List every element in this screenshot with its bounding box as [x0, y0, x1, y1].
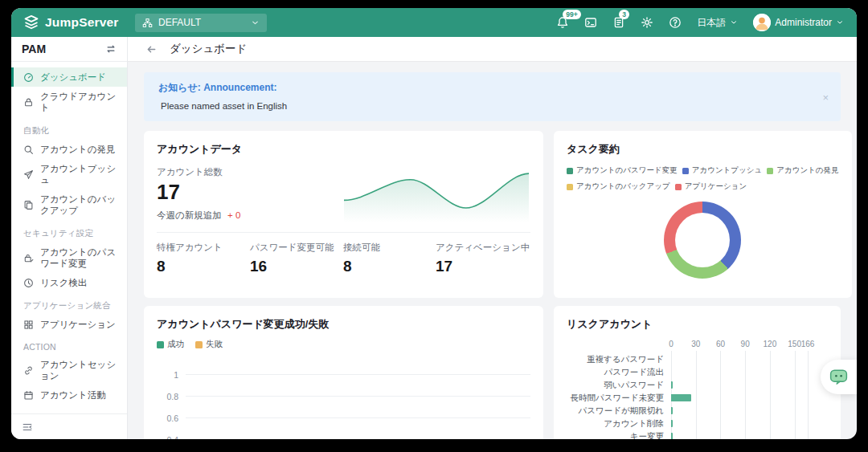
risk-category-label: パスワード流出: [567, 365, 671, 378]
brand[interactable]: JumpServer: [11, 14, 129, 31]
sidebar-section-security: セキュリティ設定: [11, 220, 127, 242]
sidebar-footer: [11, 413, 127, 439]
notification-badge: 99+: [563, 10, 580, 19]
sidebar-item-account-session[interactable]: アカウントセッション: [11, 355, 127, 385]
gridline: [186, 417, 530, 418]
legend-label: アカウントプッシュ: [692, 165, 763, 176]
pw-chart-grid: 10.80.60.4: [157, 364, 530, 439]
sidebar-item-account-push[interactable]: アカウントプッシュ: [11, 159, 127, 189]
sidebar-section-automation: 自動化: [11, 117, 127, 140]
announcement-banner: お知らせ: Announcement: Please named asset i…: [144, 72, 841, 121]
notifications-button[interactable]: 99+: [556, 16, 569, 29]
stat-value: 8: [343, 258, 436, 275]
legend-item[interactable]: アプリケーション: [675, 181, 747, 192]
week-new-label: 今週の新規追加: [157, 210, 222, 220]
web-terminal-button[interactable]: [584, 16, 597, 29]
risk-bar[interactable]: [671, 420, 673, 427]
chat-assistant-button[interactable]: [821, 360, 857, 394]
chat-bubble-icon: [829, 367, 849, 387]
task-card-title: タスク要約: [567, 142, 839, 157]
risk-category-label: 長時間パスワード未変更: [567, 391, 671, 404]
sidebar-item-risk-detection[interactable]: リスク検出: [11, 273, 127, 292]
stat-label: パスワード変更可能: [250, 242, 343, 254]
week-new-delta: + 0: [227, 210, 240, 220]
sidebar-item-cloud-account[interactable]: クラウドアカウント: [11, 87, 127, 117]
legend-label: 成功: [167, 339, 184, 350]
risk-category-label: キー変更: [567, 430, 671, 439]
x-axis-tick-label: 90: [741, 340, 750, 348]
stat-label: アクティベーション中: [436, 242, 530, 254]
close-icon[interactable]: ×: [822, 91, 829, 103]
calendar-icon: [23, 390, 35, 401]
legend-item[interactable]: 成功: [157, 339, 184, 350]
x-axis-tick-label: 120: [764, 340, 777, 348]
org-selector[interactable]: DEFAULT: [135, 14, 267, 32]
task-legend: アカウントのパスワード変更アカウントプッシュアカウントの発見アカウントのバックア…: [567, 165, 839, 192]
language-selector[interactable]: 日本語: [697, 16, 738, 30]
risk-bar[interactable]: [671, 407, 673, 414]
search-icon: [23, 145, 35, 155]
sidebar-item-account-backup[interactable]: アカウントのバックアップ: [11, 189, 127, 220]
legend-swatch-icon: [675, 184, 682, 190]
sidebar-item-label: アプリケーション: [40, 319, 116, 330]
tickets-button[interactable]: 3: [612, 16, 625, 29]
gridline: [770, 351, 771, 439]
link-icon: [23, 365, 35, 376]
settings-button[interactable]: [641, 16, 653, 29]
copy-icon: [23, 200, 35, 210]
send-icon: [23, 169, 35, 180]
gridline: [795, 351, 796, 439]
sidebar-item-applications[interactable]: アプリケーション: [11, 315, 127, 334]
risk-category-label: 重複するパスワード: [567, 352, 671, 365]
legend-item[interactable]: アカウントのバックアップ: [567, 181, 670, 192]
help-button[interactable]: [669, 16, 682, 29]
legend-label: アカウントのバックアップ: [576, 181, 670, 192]
y-grid-row: 0.4: [157, 429, 530, 439]
sidebar-item-account-activity[interactable]: アカウント活動: [11, 385, 127, 405]
legend-swatch-icon: [767, 168, 773, 174]
legend-item[interactable]: アカウントのパスワード変更: [567, 165, 678, 176]
lock-icon: [23, 97, 35, 108]
y-grid-row: 1: [157, 364, 530, 385]
risk-bar[interactable]: [671, 394, 691, 401]
legend-label: 失敗: [206, 339, 223, 350]
gear-icon: [641, 16, 653, 29]
dashboard-icon: [23, 72, 35, 83]
stat-label: 特権アカウント: [157, 242, 250, 254]
stat-value: 16: [250, 258, 343, 275]
task-donut-wrap: [567, 202, 839, 279]
risk-plot-area: 0306090120150166: [671, 340, 828, 439]
x-axis-tick-label: 0: [669, 340, 674, 348]
y-axis-tick-label: 0.4: [157, 435, 186, 440]
chevron-down-icon: [730, 18, 738, 26]
y-axis-tick-label: 1: [157, 370, 186, 380]
sidebar-item-label: アカウントの発見: [40, 144, 116, 155]
stat-connectable: 接続可能 8: [343, 242, 436, 275]
sidebar-item-dashboard[interactable]: ダッシュボード: [11, 67, 127, 87]
user-menu[interactable]: Administrator: [753, 14, 844, 31]
gridline: [186, 396, 530, 397]
back-button[interactable]: [145, 43, 158, 55]
apps-grid-icon: [23, 320, 35, 330]
page-title: ダッシュボード: [170, 42, 247, 56]
collapse-sidebar-icon[interactable]: [22, 421, 33, 433]
username-label: Administrator: [775, 17, 832, 28]
sidebar-item-account-discovery[interactable]: アカウントの発見: [11, 140, 127, 159]
gridline: [696, 351, 697, 439]
risk-bar[interactable]: [671, 381, 673, 389]
sidebar-item-label: アカウント活動: [40, 389, 106, 401]
sidebar-menu: ダッシュボード クラウドアカウント 自動化 アカウントの発見 アカウントプッシュ: [11, 62, 127, 413]
legend-item[interactable]: アカウントの発見: [767, 165, 838, 176]
stat-activating: アクティベーション中 17: [436, 242, 530, 275]
risk-category-labels: 重複するパスワードパスワード流出弱いパスワード長時間パスワード未変更パスワードが…: [567, 340, 671, 439]
sidebar-item-label: アカウントのパスワード変更: [40, 246, 121, 269]
terminal-icon: [584, 16, 597, 29]
announcement-title: お知らせ: Announcement:: [158, 81, 826, 95]
risk-category-label: パスワードが期限切れ: [567, 404, 671, 417]
stat-value: 8: [157, 258, 250, 275]
legend-item[interactable]: アカウントプッシュ: [682, 165, 763, 176]
risk-bar[interactable]: [671, 433, 673, 440]
view-switch-icon[interactable]: [105, 43, 117, 55]
legend-item[interactable]: 失敗: [195, 339, 223, 350]
sidebar-item-password-change[interactable]: アカウントのパスワード変更: [11, 242, 127, 273]
